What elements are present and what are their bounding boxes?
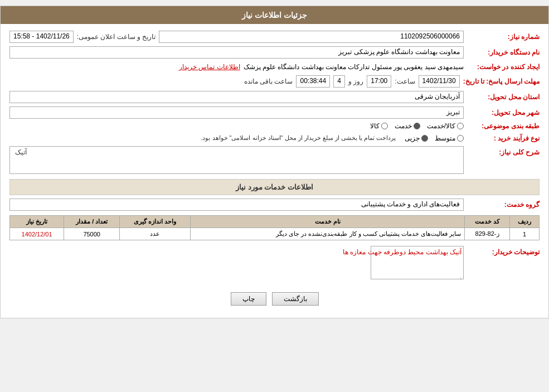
time-value: 17:00: [367, 75, 391, 88]
creator-link[interactable]: اطلاعات تماس خریدار: [179, 63, 240, 71]
group-row: گروه خدمت: فعالیت‌های اداری و خدمات پشتی…: [9, 199, 540, 211]
remaining-value: 00:38:44: [296, 75, 330, 88]
table-row: 1 ز-82-829 سایر فعالیت‌های خدمات پشتیبان…: [10, 228, 540, 240]
province-value: آذربایجان شرقی: [9, 91, 464, 103]
buyer-notes-section: توضیحات خریدار: آتیک بهداشت محیط دوطرفه …: [9, 246, 540, 281]
radio-kala[interactable]: کالا: [370, 122, 388, 130]
resize-handle: ⌞: [460, 274, 463, 280]
col-header-row: ردیف: [510, 216, 540, 228]
cell-row-num: 1: [510, 228, 540, 240]
group-label: گروه خدمت:: [467, 201, 540, 209]
radio-jozvi-label: جزیی: [405, 134, 420, 142]
radio-khadamat-circle: [414, 123, 420, 129]
need-number-row: شماره نیاز: 1102092506000066 تاریخ و ساع…: [9, 31, 540, 43]
category-radio-group: کالا/خدمت خدمت کالا: [370, 122, 464, 130]
radio-kala-circle: [381, 123, 388, 129]
city-row: شهر محل تحویل: تبریز: [9, 107, 540, 119]
need-number-label: شماره نیاز:: [467, 33, 540, 41]
radio-motavasset-label: متوسط: [435, 134, 455, 142]
radio-kala-label: کالا: [370, 122, 380, 130]
need-desc-label: شرح کلی نیاز:: [467, 146, 540, 156]
purchase-type-row: نوع فرآیند خرید : متوسط جزیی پرداخت تمام…: [9, 133, 540, 143]
org-name-label: نام دستگاه خریدار:: [467, 49, 540, 56]
col-header-qty: تعداد / مقدار: [64, 216, 120, 228]
col-header-name: نام خدمت: [191, 216, 465, 228]
service-header: اطلاعات خدمات مورد نیاز: [9, 179, 540, 195]
radio-jozvi-circle: [421, 135, 428, 142]
page-title: جزئیات اطلاعات نیاز: [242, 11, 307, 20]
need-desc-row: شرح کلی نیاز: آتیک: [9, 146, 540, 176]
purchase-type-radio-group: متوسط جزیی: [405, 134, 464, 142]
radio-khadamat[interactable]: خدمت: [395, 122, 420, 130]
cell-qty: 75000: [64, 228, 120, 240]
cell-name: سایر فعالیت‌های خدمات پشتیبانی کسب و کار…: [191, 228, 465, 240]
main-content: شماره نیاز: 1102092506000066 تاریخ و ساع…: [1, 24, 548, 318]
creator-value: سیدمهدی سید یعقوبی پور مسئول تدارکات معا…: [244, 62, 464, 72]
city-value: تبریز: [9, 107, 464, 119]
need-desc-container: آتیک: [9, 146, 464, 176]
cell-date: 1402/12/01: [10, 228, 64, 240]
remaining-label: ساعت باقی مانده: [244, 78, 293, 85]
page-header: جزئیات اطلاعات نیاز: [1, 6, 548, 24]
radio-kala-khadamat[interactable]: کالا/خدمت: [427, 122, 464, 130]
purchase-note: پرداخت تمام یا بخشی از مبلغ خریدار از مح…: [201, 133, 396, 143]
province-label: استان محل تحویل:: [467, 93, 540, 101]
bottom-buttons: بازگشت چاپ: [9, 287, 540, 311]
radio-motavasset-circle: [457, 135, 464, 142]
need-number-value: 1102092506000066: [159, 31, 464, 43]
category-row: طبقه بندی موضوعی: کالا/خدمت خدمت کالا: [9, 122, 540, 130]
radio-kala-khadamat-label: کالا/خدمت: [427, 122, 455, 130]
group-value: فعالیت‌های اداری و خدمات پشتیبانی: [9, 199, 464, 211]
service-section: اطلاعات خدمات مورد نیاز گروه خدمت: فعالی…: [9, 179, 540, 240]
creator-label: ایجاد کننده در خواست:: [467, 63, 540, 71]
radio-kala-khadamat-circle: [457, 123, 464, 129]
col-header-date: تاریخ نیاز: [10, 216, 64, 228]
send-date-row: مهلت ارسال پاسخ: تا تاریخ: 1402/11/30 سا…: [9, 75, 540, 88]
org-name-row: نام دستگاه خریدار: معاونت بهداشت دانشگاه…: [9, 46, 540, 59]
creator-row: ایجاد کننده در خواست: سیدمهدی سید یعقوبی…: [9, 62, 540, 72]
org-name-value: معاونت بهداشت دانشگاه علوم پزشکی تبریز: [9, 46, 464, 59]
back-button[interactable]: بازگشت: [272, 292, 319, 306]
need-desc-textarea[interactable]: [9, 146, 464, 174]
cell-unit: عدد: [120, 228, 191, 240]
send-date-label: مهلت ارسال پاسخ: تا تاریخ:: [463, 78, 540, 85]
buyer-notes-container: آتیک بهداشت محیط دوطرفه جهت معازه ها ⌞: [9, 246, 464, 281]
purchase-type-label: نوع فرآیند خرید :: [467, 134, 540, 142]
days-label: روز و: [348, 78, 363, 85]
announce-value: 1402/11/26 - 15:58: [9, 31, 74, 43]
radio-motavasset[interactable]: متوسط: [435, 134, 464, 142]
service-table: ردیف کد خدمت نام خدمت واحد اندازه گیری ت…: [9, 215, 540, 240]
time-label: ساعت:: [395, 78, 415, 85]
buyer-notes-label: توضیحات خریدار:: [467, 246, 540, 256]
col-header-code: کد خدمت: [464, 216, 509, 228]
buyer-notes-value: آتیک بهداشت محیط دوطرفه جهت معازه ها: [343, 248, 461, 256]
category-label: طبقه بندی موضوعی:: [467, 122, 540, 130]
radio-jozvi[interactable]: جزیی: [405, 134, 428, 142]
page-wrapper: جزئیات اطلاعات نیاز شماره نیاز: 11020925…: [0, 6, 549, 318]
atik-label: آتیک: [15, 148, 27, 156]
cell-code: ز-82-829: [464, 228, 509, 240]
radio-khadamat-label: خدمت: [395, 122, 412, 130]
col-header-unit: واحد اندازه گیری: [120, 216, 191, 228]
days-value: 4: [333, 75, 345, 88]
province-row: استان محل تحویل: آذربایجان شرقی: [9, 91, 540, 103]
city-label: شهر محل تحویل:: [467, 109, 540, 117]
print-button[interactable]: چاپ: [231, 292, 266, 306]
date-value: 1402/11/30: [419, 75, 460, 88]
announce-label: تاریخ و ساعت اعلان عمومی:: [77, 33, 156, 41]
